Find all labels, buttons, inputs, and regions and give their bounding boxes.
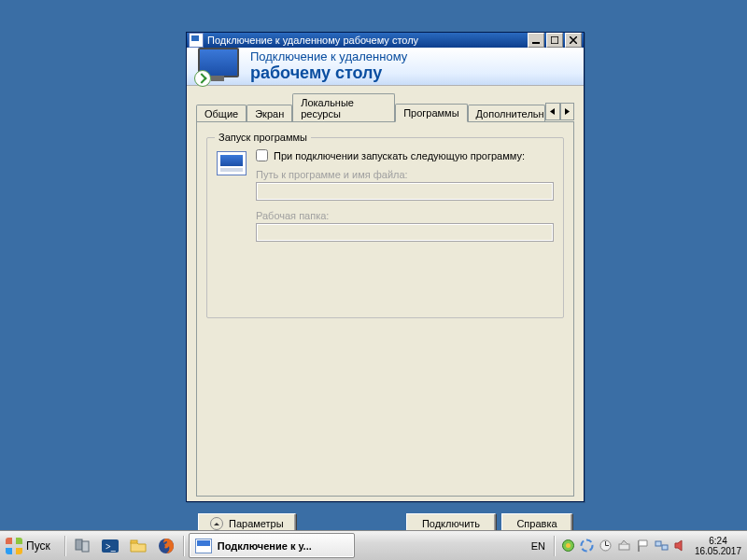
start-program-checkbox-label: При подключении запускать следующую прог… <box>274 150 525 161</box>
content-area: Общие Экран Локальные ресурсы Программы … <box>187 86 584 506</box>
banner: Подключение к удаленному рабочему столу <box>187 48 584 86</box>
working-folder-input <box>256 223 554 242</box>
banner-line1: Подключение к удаленному <box>250 49 407 63</box>
options-button-label: Параметры <box>229 518 284 529</box>
flag-icon[interactable] <box>636 539 650 553</box>
tabs-scroll-left[interactable] <box>545 103 559 120</box>
tabstrip: Общие Экран Локальные ресурсы Программы … <box>196 101 574 121</box>
tab-display[interactable]: Экран <box>247 105 292 122</box>
task-title: Подключение к у... <box>218 540 312 552</box>
tray-icon[interactable] <box>580 539 594 553</box>
svg-rect-20 <box>655 541 661 546</box>
tab-local-resources[interactable]: Локальные ресурсы <box>292 93 395 122</box>
powershell-icon[interactable]: >_ <box>99 535 121 557</box>
start-button[interactable]: Пуск <box>2 534 60 557</box>
taskbar-separator <box>183 536 184 556</box>
banner-line2: рабочему столу <box>250 63 407 83</box>
explorer-icon[interactable] <box>127 535 149 557</box>
svg-rect-1 <box>551 36 558 44</box>
program-icon <box>217 151 247 175</box>
minimize-button[interactable] <box>528 33 544 48</box>
svg-rect-7 <box>82 541 89 552</box>
rdp-window: Подключение к удаленному рабочему столу … <box>186 32 585 502</box>
tabs-scroll-right[interactable] <box>560 103 574 120</box>
rdp-icon <box>198 48 241 85</box>
svg-rect-18 <box>619 544 629 550</box>
network-icon[interactable] <box>655 539 669 553</box>
close-button[interactable] <box>565 33 582 48</box>
clock-time: 6:24 <box>695 536 741 546</box>
taskbar: Пуск >_ Подключение к у... EN 6:24 16.05… <box>0 530 747 560</box>
start-program-checkbox[interactable] <box>256 149 268 161</box>
windows-logo-icon <box>6 538 22 554</box>
tray-icon[interactable] <box>617 539 631 553</box>
server-manager-icon[interactable] <box>71 535 93 557</box>
window-title: Подключение к удаленному рабочему столу <box>207 35 418 46</box>
svg-point-14 <box>581 540 592 552</box>
group-legend: Запуск программы <box>215 132 311 143</box>
svg-marker-4 <box>550 108 555 115</box>
maximize-button[interactable] <box>546 33 563 48</box>
program-path-label: Путь к программе и имя файла: <box>256 169 554 180</box>
tab-advanced[interactable]: Дополнительн <box>468 105 546 122</box>
tab-programs[interactable]: Программы <box>395 104 467 122</box>
start-label: Пуск <box>26 539 50 553</box>
taskbar-separator <box>64 536 65 556</box>
svg-marker-5 <box>565 108 570 115</box>
program-path-input <box>256 182 554 201</box>
tray-icon[interactable] <box>599 539 613 553</box>
svg-rect-0 <box>532 42 540 44</box>
tray-icon[interactable] <box>561 539 575 553</box>
clock-date: 16.05.2017 <box>695 546 741 556</box>
taskbar-task-rdp[interactable]: Подключение к у... <box>189 533 355 558</box>
start-program-checkbox-row[interactable]: При подключении запускать следующую прог… <box>256 149 554 161</box>
chevron-up-icon <box>210 517 223 530</box>
titlebar-icon <box>189 33 204 48</box>
language-indicator[interactable]: EN <box>526 537 551 555</box>
svg-text:>_: >_ <box>106 541 117 552</box>
tab-panel: Запуск программы При подключении запуска… <box>196 121 574 497</box>
volume-icon[interactable] <box>673 539 687 553</box>
working-folder-label: Рабочая папка: <box>256 210 554 221</box>
help-button-label: Справка <box>516 518 557 529</box>
svg-rect-6 <box>76 539 82 550</box>
taskbar-clock[interactable]: 6:24 16.05.2017 <box>691 536 747 556</box>
task-icon <box>195 539 212 553</box>
tab-general[interactable]: Общие <box>196 105 247 122</box>
titlebar[interactable]: Подключение к удаленному рабочему столу <box>187 33 584 48</box>
svg-rect-10 <box>131 540 137 543</box>
taskbar-separator <box>554 536 555 556</box>
svg-rect-21 <box>662 545 668 550</box>
start-program-group: Запуск программы При подключении запуска… <box>206 137 564 318</box>
system-tray <box>557 539 691 553</box>
connect-button-label: Подключить <box>422 518 480 529</box>
firefox-icon[interactable] <box>155 535 177 557</box>
svg-point-13 <box>566 543 571 548</box>
